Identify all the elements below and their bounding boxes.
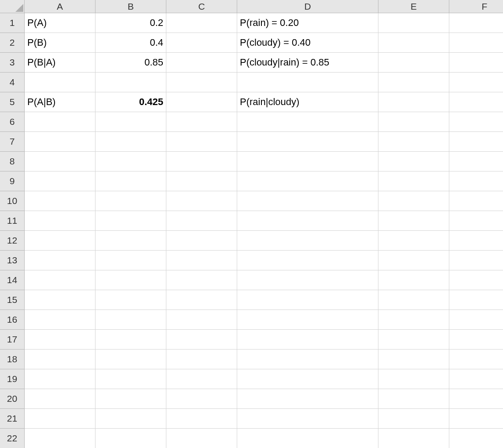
cell-D19[interactable] [237, 369, 378, 389]
cell-E2[interactable] [378, 33, 449, 53]
cell-A10[interactable] [25, 191, 95, 211]
cell-C5[interactable] [166, 92, 237, 112]
cell-F4[interactable] [449, 73, 503, 92]
row-header-7[interactable]: 7 [0, 132, 25, 152]
row-header-18[interactable]: 18 [0, 350, 25, 369]
cell-A1[interactable]: P(A) [25, 13, 95, 33]
cell-B20[interactable] [95, 389, 166, 409]
cell-F13[interactable] [449, 251, 503, 270]
cell-C6[interactable] [166, 112, 237, 132]
cell-E14[interactable] [378, 270, 449, 290]
cell-B2[interactable]: 0.4 [95, 33, 166, 53]
cell-C4[interactable] [166, 73, 237, 92]
cell-B8[interactable] [95, 152, 166, 171]
cell-F20[interactable] [449, 389, 503, 409]
cell-A22[interactable] [25, 429, 95, 448]
cell-B18[interactable] [95, 350, 166, 369]
cell-D2[interactable]: P(cloudy) = 0.40 [237, 33, 378, 53]
cell-E11[interactable] [378, 211, 449, 231]
row-header-8[interactable]: 8 [0, 152, 25, 171]
cell-A15[interactable] [25, 290, 95, 310]
cell-E4[interactable] [378, 73, 449, 92]
cell-D14[interactable] [237, 270, 378, 290]
cell-B10[interactable] [95, 191, 166, 211]
cell-E13[interactable] [378, 251, 449, 270]
cell-B21[interactable] [95, 409, 166, 429]
cell-F11[interactable] [449, 211, 503, 231]
cell-D10[interactable] [237, 191, 378, 211]
cell-A21[interactable] [25, 409, 95, 429]
cell-E6[interactable] [378, 112, 449, 132]
cell-E21[interactable] [378, 409, 449, 429]
cell-B13[interactable] [95, 251, 166, 270]
cell-E18[interactable] [378, 350, 449, 369]
cell-A6[interactable] [25, 112, 95, 132]
cell-A12[interactable] [25, 231, 95, 251]
cell-D22[interactable] [237, 429, 378, 448]
col-header-B[interactable]: B [95, 0, 166, 13]
cell-B9[interactable] [95, 171, 166, 191]
cell-F15[interactable] [449, 290, 503, 310]
cell-C20[interactable] [166, 389, 237, 409]
cell-F1[interactable] [449, 13, 503, 33]
cell-F3[interactable] [449, 53, 503, 73]
cell-D13[interactable] [237, 251, 378, 270]
cell-D21[interactable] [237, 409, 378, 429]
cell-D11[interactable] [237, 211, 378, 231]
cell-C10[interactable] [166, 191, 237, 211]
cell-F16[interactable] [449, 310, 503, 330]
cell-D7[interactable] [237, 132, 378, 152]
cell-D4[interactable] [237, 73, 378, 92]
row-header-1[interactable]: 1 [0, 13, 25, 33]
cell-D5[interactable]: P(rain|cloudy) [237, 92, 378, 112]
cell-A4[interactable] [25, 73, 95, 92]
cell-C17[interactable] [166, 330, 237, 350]
cell-B22[interactable] [95, 429, 166, 448]
col-header-F[interactable]: F [449, 0, 503, 13]
cell-A14[interactable] [25, 270, 95, 290]
spreadsheet-grid[interactable]: ABCDEF1P(A)0.2P(rain) = 0.202P(B)0.4P(cl… [0, 0, 503, 448]
cell-E16[interactable] [378, 310, 449, 330]
row-header-9[interactable]: 9 [0, 171, 25, 191]
row-header-3[interactable]: 3 [0, 53, 25, 73]
cell-A2[interactable]: P(B) [25, 33, 95, 53]
cell-B19[interactable] [95, 369, 166, 389]
row-header-19[interactable]: 19 [0, 369, 25, 389]
cell-E9[interactable] [378, 171, 449, 191]
cell-D16[interactable] [237, 310, 378, 330]
cell-E17[interactable] [378, 330, 449, 350]
col-header-D[interactable]: D [237, 0, 378, 13]
cell-F10[interactable] [449, 191, 503, 211]
cell-F7[interactable] [449, 132, 503, 152]
cell-F22[interactable] [449, 429, 503, 448]
row-header-16[interactable]: 16 [0, 310, 25, 330]
cell-D6[interactable] [237, 112, 378, 132]
cell-B3[interactable]: 0.85 [95, 53, 166, 73]
cell-E8[interactable] [378, 152, 449, 171]
row-header-21[interactable]: 21 [0, 409, 25, 429]
cell-E5[interactable] [378, 92, 449, 112]
cell-A19[interactable] [25, 369, 95, 389]
cell-C21[interactable] [166, 409, 237, 429]
cell-B15[interactable] [95, 290, 166, 310]
cell-C18[interactable] [166, 350, 237, 369]
cell-E20[interactable] [378, 389, 449, 409]
cell-E19[interactable] [378, 369, 449, 389]
cell-C19[interactable] [166, 369, 237, 389]
cell-E22[interactable] [378, 429, 449, 448]
cell-C8[interactable] [166, 152, 237, 171]
cell-B11[interactable] [95, 211, 166, 231]
cell-A16[interactable] [25, 310, 95, 330]
cell-B14[interactable] [95, 270, 166, 290]
cell-C13[interactable] [166, 251, 237, 270]
row-header-15[interactable]: 15 [0, 290, 25, 310]
cell-A20[interactable] [25, 389, 95, 409]
cell-B16[interactable] [95, 310, 166, 330]
cell-A9[interactable] [25, 171, 95, 191]
row-header-4[interactable]: 4 [0, 73, 25, 92]
row-header-10[interactable]: 10 [0, 191, 25, 211]
cell-F14[interactable] [449, 270, 503, 290]
row-header-11[interactable]: 11 [0, 211, 25, 231]
cell-B7[interactable] [95, 132, 166, 152]
cell-A13[interactable] [25, 251, 95, 270]
